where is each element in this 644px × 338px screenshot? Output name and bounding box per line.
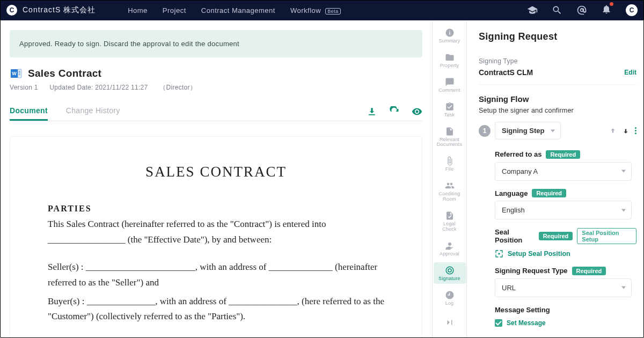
rail-collapse[interactable] xyxy=(434,314,466,329)
graduation-icon[interactable] xyxy=(527,5,538,16)
document-header: W Sales Contract xyxy=(10,67,422,80)
rail-log[interactable]: Log xyxy=(434,287,466,308)
contract-paragraph: Buyer(s) : _______________, with an addr… xyxy=(48,294,384,325)
rail-signature[interactable]: Signature xyxy=(434,262,466,284)
legal-icon xyxy=(445,211,455,221)
referred-to-as-label: Referred to asRequired xyxy=(495,150,580,159)
signature-icon xyxy=(445,266,455,275)
refresh-icon[interactable] xyxy=(389,106,400,117)
message-setting-label: Message Setting xyxy=(495,306,550,314)
signing-flow-subtitle: Setup the signer and confirmer xyxy=(479,107,636,114)
chevron-down-icon xyxy=(621,170,626,173)
mention-icon[interactable] xyxy=(576,5,587,16)
notification-dot xyxy=(610,2,613,6)
set-message-checkbox[interactable]: Set Message xyxy=(495,319,636,327)
approval-icon xyxy=(445,241,455,251)
arrow-up-icon[interactable] xyxy=(609,127,617,135)
rail-comment[interactable]: Comment xyxy=(434,74,466,95)
edit-signing-type[interactable]: Edit xyxy=(624,69,636,76)
approval-banner: Approved. Ready to sign. Discard the app… xyxy=(10,30,422,57)
clock-icon xyxy=(445,290,455,300)
company-name: ContractS 株式会社 xyxy=(23,5,96,15)
beta-badge: Beta xyxy=(325,8,341,14)
topbar-right: C xyxy=(527,4,638,17)
signing-flow-title: Signing Flow xyxy=(479,94,636,104)
contract-paragraph: This Sales Contract (hereinafter referre… xyxy=(48,217,384,248)
document-version: Version 1 xyxy=(10,84,38,91)
preview-icon[interactable] xyxy=(412,106,422,117)
document-updated: Updated Date: 2021/11/22 11:27 xyxy=(49,84,148,91)
required-badge: Required xyxy=(572,267,606,275)
signing-type-value: ContractS CLM xyxy=(479,68,533,77)
chevron-down-icon xyxy=(621,286,626,289)
document-meta: Version 1 Updated Date: 2021/11/22 11:27… xyxy=(10,83,422,92)
panel-title: Signing Request xyxy=(479,31,636,42)
document-actions xyxy=(367,106,422,117)
side-rail: Summary Property Comment Task Relevant D… xyxy=(433,20,467,338)
rail-file[interactable]: File xyxy=(434,153,466,174)
setup-seal-position-link[interactable]: Setup Seal Position xyxy=(495,249,636,258)
rail-approval[interactable]: Approval xyxy=(434,238,466,259)
required-badge: Required xyxy=(532,189,566,197)
step-number: 1 xyxy=(479,125,491,137)
required-badge: Required xyxy=(539,232,573,240)
nav-project[interactable]: Project xyxy=(163,6,186,14)
document-body: SALES CONTRACT PARTIES This Sales Contra… xyxy=(10,136,422,338)
referred-to-as-select[interactable]: Company A xyxy=(495,162,632,181)
signing-request-type-label: Signing Request TypeRequired xyxy=(495,267,606,275)
rail-relevant-documents[interactable]: Relevant Documents xyxy=(434,123,466,150)
crosshair-icon xyxy=(495,249,503,258)
collapse-icon xyxy=(445,318,455,327)
nav-workflow[interactable]: Workflow Beta xyxy=(290,6,341,14)
rail-legal-check[interactable]: Legal Check xyxy=(434,208,466,234)
document-editor: （Director） xyxy=(159,84,196,91)
download-icon[interactable] xyxy=(367,106,377,117)
signing-panel: Signing Request Signing Type ContractS C… xyxy=(467,20,644,338)
language-label: LanguageRequired xyxy=(495,189,566,197)
step-select[interactable]: Signing Step xyxy=(495,122,561,139)
comment-icon xyxy=(445,77,455,87)
topbar: C ContractS 株式会社 Home Project Contract M… xyxy=(0,0,644,20)
contract-title: SALES CONTRACT xyxy=(48,164,384,180)
avatar[interactable]: C xyxy=(626,4,638,16)
svg-text:W: W xyxy=(12,71,17,76)
rail-summary[interactable]: Summary xyxy=(434,25,466,46)
task-icon xyxy=(445,102,455,112)
signing-step-row: 1 Signing Step xyxy=(479,122,636,139)
word-file-icon: W xyxy=(10,67,23,80)
document-tabs: Document Change History xyxy=(10,102,422,121)
language-select[interactable]: English xyxy=(495,201,632,219)
contract-paragraph: Seller(s) : ________________________, wi… xyxy=(48,260,384,291)
svg-point-6 xyxy=(446,267,453,274)
info-icon xyxy=(445,28,455,38)
signing-request-type-select[interactable]: URL xyxy=(495,278,632,297)
document-pane: Approved. Ready to sign. Discard the app… xyxy=(0,20,433,338)
arrow-down-icon[interactable] xyxy=(622,127,630,135)
folder-icon xyxy=(445,53,455,62)
parties-heading: PARTIES xyxy=(48,204,384,214)
checkbox-icon xyxy=(495,319,502,327)
chevron-down-icon xyxy=(551,129,555,132)
tab-change-history[interactable]: Change History xyxy=(66,102,120,121)
logo-badge: C xyxy=(6,5,17,16)
svg-point-7 xyxy=(448,269,451,272)
nav-home[interactable]: Home xyxy=(128,6,148,14)
rail-property[interactable]: Property xyxy=(434,49,466,71)
notifications-button[interactable] xyxy=(601,4,612,17)
signing-type-label: Signing Type xyxy=(479,57,636,65)
nav-contract-management[interactable]: Contract Management xyxy=(201,6,275,14)
more-menu[interactable] xyxy=(635,127,636,134)
rail-task[interactable]: Task xyxy=(434,99,466,120)
search-icon[interactable] xyxy=(552,5,562,16)
primary-nav: Home Project Contract Management Workflo… xyxy=(128,6,341,14)
people-icon xyxy=(445,181,455,190)
document-icon xyxy=(445,127,455,136)
seal-setup-badge: Seal Position Setup xyxy=(577,228,636,244)
tab-document[interactable]: Document xyxy=(10,102,48,121)
attachment-icon xyxy=(445,156,455,166)
seal-position-label: Seal PositionRequiredSeal Position Setup xyxy=(495,228,636,244)
rail-coediting-room[interactable]: Coediting Room xyxy=(434,178,466,204)
chevron-down-icon xyxy=(621,209,626,211)
required-badge: Required xyxy=(546,150,580,159)
document-title: Sales Contract xyxy=(28,68,101,79)
